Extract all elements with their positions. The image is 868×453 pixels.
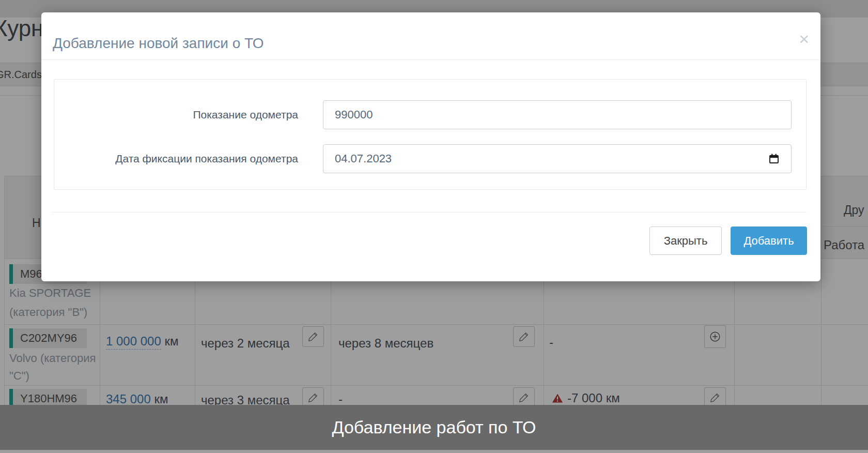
- modal-title: Добавление новой записи о ТО: [53, 35, 264, 52]
- modal-form-panel: Показание одометра Дата фиксации показан…: [54, 79, 807, 190]
- add-record-modal: Добавление новой записи о ТО × Показание…: [41, 12, 820, 281]
- odometer-date-label: Дата фиксации показания одометра: [54, 153, 298, 165]
- modal-header: Добавление новой записи о ТО ×: [41, 12, 820, 60]
- calendar-icon[interactable]: [769, 154, 779, 164]
- form-row: Показание одометра: [54, 100, 806, 129]
- odometer-input[interactable]: [323, 100, 792, 129]
- close-icon[interactable]: ×: [799, 30, 809, 48]
- caption-text: Добавление работ по ТО: [332, 417, 536, 437]
- modal-footer-divider: [52, 212, 807, 213]
- modal-footer: Закрыть Добавить: [41, 226, 807, 255]
- odometer-label: Показание одометра: [54, 109, 298, 121]
- odometer-field-wrap: [323, 100, 792, 129]
- caption-bar: Добавление работ по ТО: [0, 405, 868, 450]
- close-button[interactable]: Закрыть: [649, 226, 722, 255]
- odometer-date-input[interactable]: [323, 144, 792, 173]
- add-button[interactable]: Добавить: [731, 226, 807, 255]
- form-row: Дата фиксации показания одометра: [54, 144, 806, 173]
- odometer-date-field-wrap: [323, 144, 792, 173]
- screen: Журн GR.Cards Н Дру Работа M962 Kia SPOR…: [0, 0, 868, 453]
